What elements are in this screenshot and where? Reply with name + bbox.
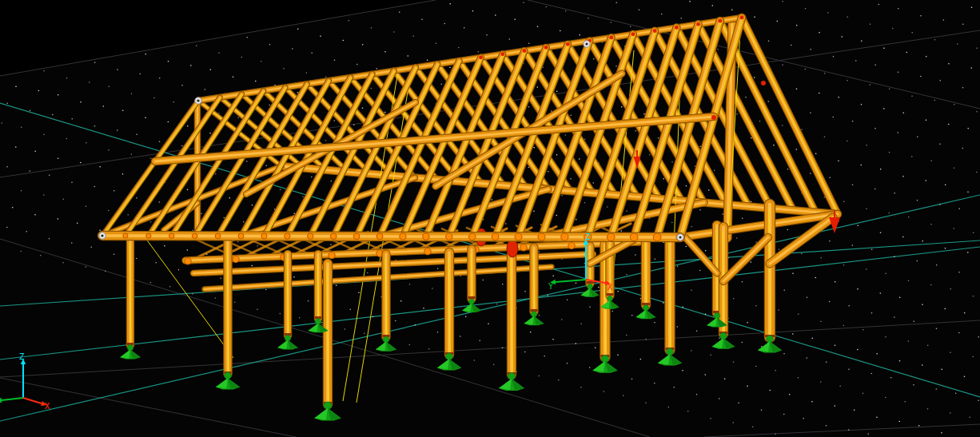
cad-3d-viewport[interactable]: ZYXZX (0, 0, 980, 437)
node-marker[interactable] (584, 41, 590, 47)
axis-label: Y (548, 281, 554, 292)
axis-label: X (608, 282, 613, 292)
axis-label: X (45, 401, 50, 411)
scene-canvas[interactable]: ZYXZX (0, 0, 980, 437)
axis-label: Z (19, 352, 25, 362)
node-marker[interactable] (677, 234, 683, 240)
node-marker[interactable] (195, 97, 201, 104)
axis-label: Z (585, 232, 591, 242)
node-marker[interactable] (99, 232, 106, 239)
